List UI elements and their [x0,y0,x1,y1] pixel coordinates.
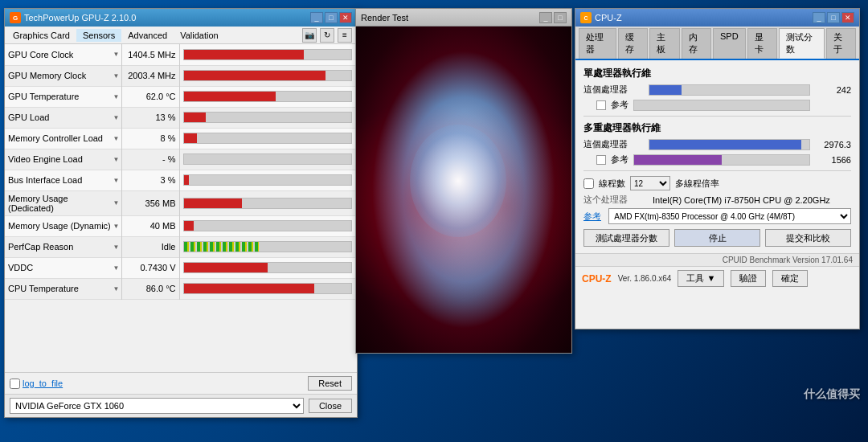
single-ref-label: 参考 [611,99,628,111]
sensor-dropdown-arrow[interactable]: ▼ [113,93,120,100]
sensor-dropdown-arrow[interactable]: ▼ [113,223,120,230]
sensor-dropdown-arrow[interactable]: ▼ [113,114,120,121]
ok-button[interactable]: 確定 [772,270,808,287]
sensor-bar-outer [183,174,352,186]
gpuz-window-controls: _ □ ✕ [310,12,352,23]
sensor-dropdown-arrow[interactable]: ▼ [113,285,120,293]
sensor-row: Video Engine Load▼- % [5,149,357,170]
bench-button[interactable]: 測試處理器分數 [583,229,669,247]
sensor-bar-outer [183,70,352,81]
tab-about[interactable]: 关于 [826,28,856,59]
tab-mainboard[interactable]: 主板 [649,28,679,59]
reset-button[interactable]: Reset [308,376,352,391]
cpuz-divider-2 [583,170,851,171]
tab-graphics[interactable]: 显卡 [747,28,777,59]
sensor-bar-cell [179,170,357,190]
gpuz-minimize-button[interactable]: _ [310,12,323,23]
render-maximize-button[interactable]: □ [554,12,567,23]
sensor-name-text: PerfCap Reason [8,242,73,252]
single-ref-row: 参考 [583,99,851,111]
ref-proc-label[interactable]: 参考 [583,211,604,223]
sensor-bar-cell [179,65,357,86]
sensors-scroll: GPU Core Clock▼1404.5 MHzGPU Memory Cloc… [5,44,357,342]
sensor-row: CPU Temperature▼86.0 °C [5,278,357,299]
sensor-dropdown-arrow[interactable]: ▼ [113,72,120,80]
sensor-row: GPU Load▼13 % [5,107,357,128]
sensor-dropdown-arrow[interactable]: ▼ [113,199,120,207]
multi-ref-bar-fill [634,155,722,165]
sensor-row: VDDC▼0.7430 V [5,257,357,278]
sensor-dropdown-arrow[interactable]: ▼ [113,264,120,272]
sensor-name-text: VDDC [8,263,33,272]
sensor-bar-cell [179,128,357,149]
submit-button[interactable]: 提交和比較 [765,229,851,247]
cpuz-version-bar: CPUID Benchmark Version 17.01.64 [575,253,859,266]
sensor-row: Memory Usage (Dedicated)▼356 MB [5,190,357,215]
sensor-bar-outer [183,91,352,102]
sensor-dropdown-arrow[interactable]: ▼ [113,177,120,184]
desktop: G TechPowerUp GPU-Z 2.10.0 _ □ ✕ Graphic… [0,0,868,442]
gpuz-camera-icon[interactable]: 📷 [302,28,317,43]
sensor-dropdown-arrow[interactable]: ▼ [113,51,120,58]
sensor-dropdown-arrow[interactable]: ▼ [113,244,120,251]
gpuz-menu-bar: Graphics Card Sensors Advanced Validatio… [5,27,357,44]
menu-graphics-card[interactable]: Graphics Card [6,29,76,42]
sensor-dropdown-arrow[interactable]: ▼ [113,156,120,163]
cpuz-version: Ver. 1.86.0.x64 [618,274,672,283]
sensor-bar-cell [179,236,357,257]
close-button[interactable]: Close [309,399,352,413]
gpuz-refresh-icon[interactable]: ↻ [320,28,334,43]
thread-select[interactable]: 12 [630,176,670,190]
sensor-value: 40 MB [121,215,179,236]
tab-spd[interactable]: SPD [713,28,746,59]
single-processor-val: 242 [815,85,851,95]
ref-proc-select[interactable]: AMD FX(tm)-8350 Processor @ 4.00 GHz (4M… [608,208,851,224]
thread-checkbox[interactable] [583,178,594,189]
sensor-row: GPU Temperature▼62.0 °C [5,86,357,107]
cpuz-divider-1 [583,116,851,117]
single-ref-check[interactable] [596,100,606,110]
sensor-value: 2003.4 MHz [121,65,179,86]
sensor-bar-fill [184,242,260,252]
menu-sensors[interactable]: Sensors [76,29,121,42]
sensor-bar-outer [183,49,352,60]
log-link[interactable]: log_to_file [23,379,63,388]
cpuz-minimize-button[interactable]: _ [813,12,825,23]
sensor-bar-outer [183,198,352,209]
gpuz-maximize-button[interactable]: □ [325,12,338,23]
stop-button[interactable]: 停止 [674,229,760,247]
multi-ref-bar [633,154,810,166]
validate-button[interactable]: 驗證 [731,270,766,287]
sensor-name-text: GPU Temperature [8,92,79,101]
gpuz-title: TechPowerUp GPU-Z 2.10.0 [24,13,310,23]
tools-button[interactable]: 工具 ▼ [678,270,724,287]
tab-bench[interactable]: 测试分数 [779,28,825,59]
multi-section-title: 多重處理器執行維 [583,121,851,135]
tab-cache[interactable]: 缓存 [618,28,648,59]
sensor-value: 356 MB [121,190,179,215]
gpuz-menu-icon[interactable]: ≡ [338,28,352,43]
cpuz-maximize-button[interactable]: □ [827,12,840,23]
cpuz-title: CPU-Z [595,13,813,23]
render-minimize-button[interactable]: _ [539,12,552,23]
sensor-name-text: Bus Interface Load [8,175,82,185]
tab-processor[interactable]: 处理器 [579,28,616,59]
render-titlebar: Render Test _ □ [356,9,571,27]
sensor-row: Memory Usage (Dynamic)▼40 MB [5,215,357,236]
multi-ref-check[interactable] [596,155,606,165]
processor-info-label: 这个处理器 [583,194,648,206]
sensor-name-text: Video Engine Load [8,154,83,164]
menu-advanced[interactable]: Advanced [121,29,174,42]
sensor-bar-cell [179,149,357,170]
menu-validation[interactable]: Validation [174,29,225,42]
gpu-select[interactable]: NVIDIA GeForce GTX 1060 [10,398,304,414]
sensor-bar-cell [179,44,357,65]
sensor-dropdown-arrow[interactable]: ▼ [113,135,120,142]
sensor-name-text: GPU Core Clock [8,50,73,59]
sensor-bar-cell [179,257,357,278]
ref-proc-row: 参考 AMD FX(tm)-8350 Processor @ 4.00 GHz … [583,208,851,224]
cpuz-close-button[interactable]: ✕ [841,12,854,23]
tab-memory[interactable]: 内存 [682,28,711,59]
log-checkbox[interactable] [10,379,20,389]
gpuz-close-button[interactable]: ✕ [339,12,352,23]
